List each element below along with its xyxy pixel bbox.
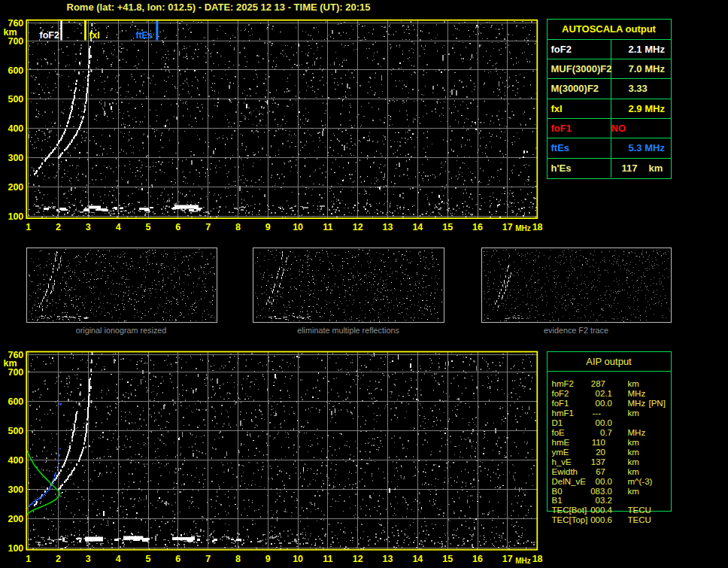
svg-text:MHz: MHz [515, 557, 531, 565]
svg-text:6: 6 [175, 554, 180, 564]
svg-text:100: 100 [8, 211, 23, 222]
svg-text:15: 15 [442, 554, 453, 564]
svg-text:7: 7 [205, 222, 211, 232]
svg-text:16: 16 [472, 222, 483, 232]
svg-text:200: 200 [8, 514, 23, 524]
svg-text:100: 100 [8, 543, 23, 554]
svg-text:9: 9 [265, 554, 271, 564]
svg-text:4: 4 [116, 554, 121, 564]
svg-text:700: 700 [8, 367, 23, 378]
svg-text:5: 5 [146, 554, 151, 564]
svg-text:13: 13 [383, 554, 393, 564]
svg-text:17: 17 [502, 222, 513, 232]
svg-text:400: 400 [8, 123, 23, 134]
svg-text:3: 3 [86, 222, 91, 232]
svg-text:18: 18 [532, 222, 543, 232]
svg-text:13: 13 [383, 222, 393, 232]
svg-text:12: 12 [353, 222, 363, 232]
svg-text:10: 10 [293, 554, 303, 564]
svg-text:600: 600 [8, 65, 23, 76]
svg-text:ftEs: ftEs [136, 30, 153, 41]
svg-text:14: 14 [412, 554, 423, 564]
svg-text:300: 300 [8, 484, 23, 495]
svg-text:4: 4 [116, 222, 121, 232]
svg-text:original ionogram resized: original ionogram resized [76, 326, 167, 335]
svg-text:14: 14 [412, 222, 423, 232]
svg-text:9: 9 [265, 222, 271, 232]
svg-text:600: 600 [8, 396, 23, 407]
svg-text:15: 15 [442, 222, 453, 232]
svg-text:5: 5 [146, 222, 151, 232]
svg-text:3: 3 [86, 554, 91, 564]
svg-text:12: 12 [353, 554, 363, 564]
svg-text:2: 2 [56, 222, 61, 232]
svg-text:11: 11 [323, 222, 332, 232]
svg-text:8: 8 [235, 222, 241, 232]
svg-text:fxI: fxI [89, 30, 100, 41]
svg-text:eliminate multiple reflections: eliminate multiple reflections [297, 326, 399, 335]
svg-text:1: 1 [26, 222, 31, 232]
svg-text:Rome (lat: +41.8, lon: 012.5): Rome (lat: +41.8, lon: 012.5) - DATE: 20… [67, 2, 371, 13]
svg-text:16: 16 [472, 554, 483, 564]
svg-text:8: 8 [235, 554, 241, 564]
svg-text:500: 500 [8, 94, 23, 105]
svg-text:500: 500 [8, 426, 23, 436]
svg-text:200: 200 [8, 182, 23, 193]
svg-text:6: 6 [175, 222, 180, 232]
svg-text:400: 400 [8, 455, 23, 466]
svg-text:11: 11 [323, 554, 332, 564]
svg-text:km: km [4, 27, 17, 38]
svg-text:2: 2 [56, 554, 61, 564]
svg-text:km: km [4, 358, 17, 369]
svg-text:MHz: MHz [515, 224, 531, 232]
svg-text:evidence F2 trace: evidence F2 trace [544, 326, 608, 335]
svg-text:1: 1 [26, 554, 31, 564]
svg-text:10: 10 [293, 222, 303, 232]
svg-text:300: 300 [8, 153, 23, 163]
svg-text:17: 17 [502, 554, 513, 564]
svg-text:foF2: foF2 [40, 30, 59, 41]
svg-text:18: 18 [532, 554, 543, 564]
svg-text:7: 7 [205, 554, 211, 564]
svg-text:700: 700 [8, 36, 23, 47]
